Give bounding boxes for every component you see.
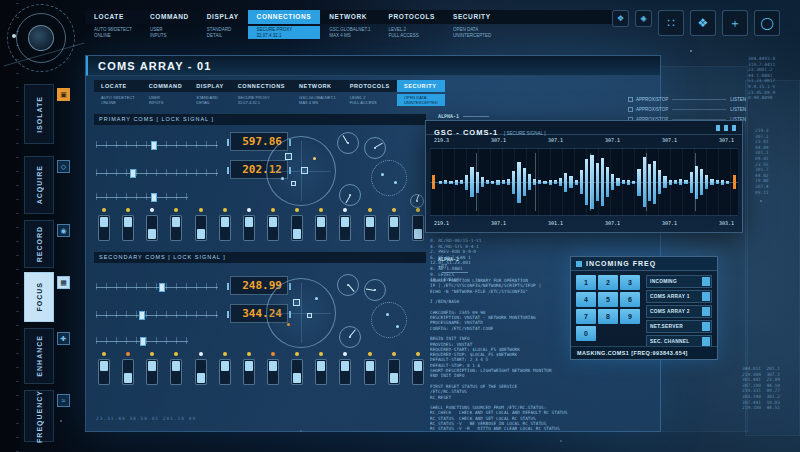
toggle-switch[interactable] — [362, 208, 378, 241]
toggle-switch[interactable] — [386, 352, 402, 385]
keypad-key-7[interactable]: 7 — [576, 309, 596, 324]
frequency-icon[interactable]: ≈ — [57, 394, 70, 407]
secondary-switch-row — [96, 352, 426, 385]
toggle-switch[interactable] — [144, 208, 160, 241]
add-button[interactable]: ＋ — [722, 10, 748, 36]
window-menu-connections[interactable]: CONNECTIONS SECURE PROXY32.07.4.32.1 — [231, 80, 292, 106]
toggle-switch[interactable] — [410, 208, 426, 241]
keypad-key-4[interactable]: 4 — [576, 292, 596, 307]
sidebar-tab-isolate[interactable]: ISOLATE — [24, 84, 54, 144]
menu-item-security[interactable]: SECURITY OPEN DATAUNINTERCEPTED — [444, 10, 500, 39]
keypad-key-3[interactable]: 3 — [620, 275, 640, 290]
slider-handle[interactable] — [130, 169, 136, 178]
toggle-switch[interactable] — [265, 352, 281, 385]
toggle-switch[interactable] — [241, 208, 257, 241]
keypad-key-2[interactable]: 2 — [598, 275, 618, 290]
channel-incoming-button[interactable]: INCOMING — [646, 275, 712, 288]
toggle-switch[interactable] — [410, 352, 426, 385]
menu-item-display[interactable]: DISPLAY STANDARDDETAIL — [198, 10, 248, 39]
keypad-key-6[interactable]: 6 — [620, 292, 640, 307]
sidebar-tab-enhance[interactable]: ENHANCE — [24, 328, 54, 384]
menu-sublabel: OPEN DATAUNINTERCEPTED — [444, 26, 500, 39]
toggle-switch[interactable] — [168, 208, 184, 241]
slider-handle[interactable] — [151, 141, 157, 150]
toggle-switch[interactable] — [362, 352, 378, 385]
slider-handle[interactable] — [140, 337, 146, 346]
menu-item-command[interactable]: COMMAND USERINPUTS — [141, 10, 198, 39]
record-icon[interactable]: ◉ — [57, 224, 70, 237]
toggle-switch[interactable] — [337, 352, 353, 385]
window-menu-security[interactable]: SECURITY OPEN DATAUNINTERCEPTED — [397, 80, 445, 106]
toggle-switch[interactable] — [337, 208, 353, 241]
radar-dot — [315, 297, 318, 300]
window-menu-display[interactable]: DISPLAY STANDARDDETAIL — [189, 80, 231, 106]
toggle-switch[interactable] — [313, 352, 329, 385]
gauge-dial — [337, 132, 359, 154]
menu-item-connections[interactable]: CONNECTIONS SECURE PROXY32.07.4.32.1 — [248, 10, 321, 39]
gsc-window-titlebar[interactable]: GSC - COMS-1[ SECURE SIGNAL ] — [426, 121, 742, 135]
focus-icon[interactable]: ▦ — [57, 276, 70, 289]
menu-item-network[interactable]: NETWORK GSC.GLOBALNET.1MAX 4 MS — [320, 10, 379, 39]
toggle-switch[interactable] — [386, 208, 402, 241]
target-button[interactable]: ◯ — [754, 10, 780, 36]
diamond-button[interactable]: ◈ — [635, 10, 652, 27]
secondary-slider-1[interactable] — [96, 282, 218, 292]
toggle-switch[interactable] — [289, 352, 305, 385]
toggle-switch[interactable] — [265, 208, 281, 241]
menu-label: LOCATE — [94, 80, 142, 92]
keypad-key-1[interactable]: 1 — [576, 275, 596, 290]
toggle-switch[interactable] — [217, 352, 233, 385]
keypad-key-5[interactable]: 5 — [598, 292, 618, 307]
sidebar-tab-record[interactable]: RECORD — [24, 220, 54, 268]
toggle-switch[interactable] — [96, 208, 112, 241]
dial-needle — [348, 284, 355, 292]
secondary-slider-3[interactable] — [96, 336, 188, 346]
toggle-switch[interactable] — [120, 352, 136, 385]
toggle-switch[interactable] — [120, 208, 136, 241]
window-menu-command[interactable]: COMMAND USERINPUTS — [142, 80, 190, 106]
switch-status-dot — [392, 352, 396, 356]
toggle-switch[interactable] — [193, 208, 209, 241]
window-titlebar[interactable]: COMS ARRAY - 01 — [86, 56, 660, 76]
window-menu-protocols[interactable]: PROTOCOLS LEVEL 2FULL ACCESS — [343, 80, 397, 106]
primary-slider-3[interactable] — [96, 192, 188, 202]
window-menu-network[interactable]: NETWORK GSC.GLOBALNET.1MAX 4 MS — [292, 80, 343, 106]
window-controls-icon[interactable] — [716, 125, 736, 131]
toggle-switch[interactable] — [313, 208, 329, 241]
diamonds-button[interactable]: ❖ — [690, 10, 716, 36]
enhance-icon[interactable]: ✚ — [57, 332, 70, 345]
primary-slider-2[interactable] — [96, 168, 218, 178]
sidebar-tab-acquire[interactable]: ACQUIRE — [24, 156, 54, 214]
toggle-switch[interactable] — [241, 352, 257, 385]
isolate-icon[interactable]: ▣ — [57, 88, 70, 101]
slider-handle[interactable] — [159, 283, 165, 292]
sidebar-tab-focus[interactable]: FOCUS — [24, 272, 54, 322]
menu-sublabel: USERINPUTS — [141, 26, 198, 39]
keypad-key-9[interactable]: 9 — [620, 309, 640, 324]
toggle-switch[interactable] — [96, 352, 112, 385]
primary-slider-1[interactable] — [96, 140, 218, 150]
channel-coms-array-2-button[interactable]: COMS ARRAY 2 — [646, 305, 712, 318]
incoming-freq-titlebar[interactable]: INCOMING FREQ — [571, 257, 717, 271]
diamond-cluster-button[interactable]: ❖ — [612, 10, 629, 27]
window-menu-locate[interactable]: LOCATE AUTO 98/DETECTONLINE — [94, 80, 142, 106]
acquire-icon[interactable]: ◇ — [57, 160, 70, 173]
radar-target-dot — [287, 323, 290, 326]
slider-handle[interactable] — [139, 311, 145, 320]
channel-coms-array-1-button[interactable]: COMS ARRAY 1 — [646, 290, 712, 303]
menu-item-protocols[interactable]: PROTOCOLS LEVEL 2FULL ACCESS — [380, 10, 444, 39]
keypad-key-8[interactable]: 8 — [598, 309, 618, 324]
keypad-key-0[interactable]: 0 — [576, 326, 596, 341]
toggle-switch[interactable] — [144, 352, 160, 385]
channel-net-server-button[interactable]: NET.SERVER — [646, 320, 712, 333]
primary-radar-display — [266, 136, 336, 206]
sidebar-tab-frequency[interactable]: FREQUENCY — [24, 390, 54, 442]
slider-handle[interactable] — [151, 193, 157, 202]
toggle-switch[interactable] — [193, 352, 209, 385]
grid-dots-button[interactable]: ∷ — [658, 10, 684, 36]
toggle-switch[interactable] — [168, 352, 184, 385]
menu-item-locate[interactable]: LOCATE AUTO 98/DETECTONLINE — [85, 10, 141, 39]
secondary-slider-2[interactable] — [96, 310, 218, 320]
toggle-switch[interactable] — [217, 208, 233, 241]
toggle-switch[interactable] — [289, 208, 305, 241]
